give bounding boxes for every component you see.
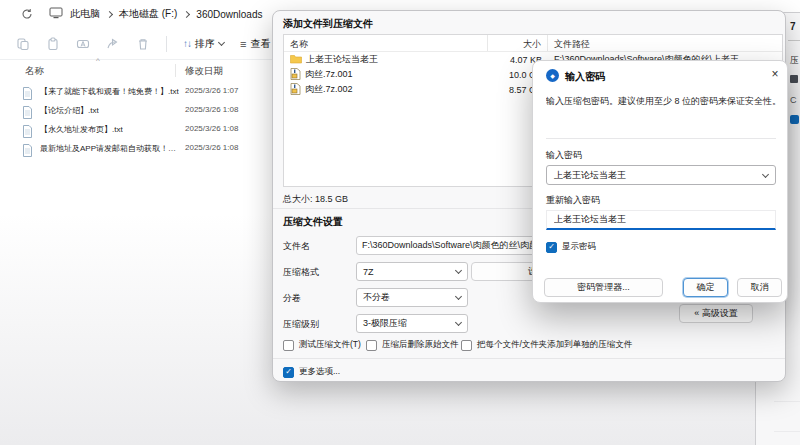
sort-label: 排序 (195, 37, 215, 51)
file-name: 【论坛介绍】.txt (40, 105, 99, 116)
sort-button[interactable]: ↑↓ 排序 (175, 32, 232, 56)
divider (273, 358, 785, 359)
column-divider[interactable] (175, 64, 176, 77)
format-value: 7Z (363, 267, 374, 277)
delete-after-checkbox[interactable]: 压缩后删除原始文件 (366, 339, 459, 351)
ok-button[interactable]: 确定 (683, 278, 728, 297)
filename-label: 文件名 (283, 240, 310, 253)
screen: 此电脑 本地磁盘 (F:) 360Downloads (0, 0, 800, 445)
partial-text: C (790, 95, 797, 105)
breadcrumb-folder[interactable]: 360Downloads (196, 9, 262, 20)
more-options-checkbox[interactable]: ✓ 更多选项... (283, 366, 340, 378)
format-label: 压缩格式 (283, 266, 319, 279)
column-header-name[interactable]: 名称 (25, 65, 44, 78)
sort-icon: ↑↓ (183, 38, 191, 49)
password-lock-icon: ◆ (546, 69, 559, 82)
checkbox-icon (461, 340, 472, 351)
file-row[interactable]: 【论坛介绍】.txt 2025/3/26 1:08 (0, 102, 270, 121)
file-row[interactable]: 最新地址及APP请发邮箱自动获取！！！... 2025/3/26 1:08 (0, 140, 270, 159)
confirm-password-label: 重新输入密码 (546, 194, 600, 207)
delete-icon[interactable] (128, 32, 158, 56)
more-options-label: 更多选项... (299, 366, 340, 378)
view-icon: ≡ (240, 38, 246, 50)
partial-text: 压 (790, 54, 799, 67)
checkbox-label: 压缩后删除原始文件 (382, 339, 459, 351)
breadcrumb-drive-f[interactable]: 本地磁盘 (F:) (119, 7, 177, 21)
level-value: 3-极限压缩 (363, 317, 407, 330)
password-hint-text: 输入压缩包密码。建议使用至少 8 位的密码来保证安全性。 (546, 95, 782, 108)
divider (546, 138, 776, 139)
level-select[interactable]: 3-极限压缩 (356, 314, 468, 333)
password-value: 上老王论坛当老王 (554, 169, 626, 182)
sort-ascending-icon: ^ (96, 56, 100, 65)
this-pc-icon (49, 7, 63, 21)
file-row[interactable]: 【来了就能下载和观看！纯免费！】.txt 2025/3/26 1:07 (0, 83, 270, 102)
paste-icon[interactable] (38, 32, 68, 56)
format-select[interactable]: 7Z (356, 262, 468, 281)
folder-icon (290, 54, 302, 66)
archive-file-icon (290, 68, 301, 82)
refresh-icon[interactable] (12, 2, 42, 26)
chevron-down-icon (455, 319, 462, 326)
checkbox-checked-icon: ✓ (546, 242, 557, 253)
split-select[interactable]: 不分卷 (356, 288, 468, 307)
confirm-password-input[interactable] (546, 210, 776, 230)
chevron-down-icon (455, 267, 462, 274)
file-date: 2025/3/26 1:08 (185, 124, 238, 133)
copy-icon[interactable] (8, 32, 38, 56)
archive-list-header: 名称 大小 文件路径 (284, 35, 782, 52)
share-icon[interactable] (98, 32, 128, 56)
checkbox-label: 测试压缩文件(T) (299, 339, 361, 351)
show-password-label: 显示密码 (562, 241, 596, 253)
enter-password-dialog: ◆ 输入密码 × 输入压缩包密码。建议使用至少 8 位的密码来保证安全性。 输入… (532, 60, 788, 303)
breadcrumb-chevron-icon (183, 10, 190, 17)
checkbox-checked-icon: ✓ (283, 367, 294, 378)
partial-text: 7 (790, 21, 796, 32)
item-name: 上老王论坛当老王 (306, 53, 378, 66)
password-combobox[interactable]: 上老王论坛当老王 (546, 165, 776, 185)
archive-file-icon (290, 83, 301, 97)
file-row[interactable]: 【永久地址发布页】.txt 2025/3/26 1:08 (0, 121, 270, 140)
file-date: 2025/3/26 1:07 (185, 86, 238, 95)
column-header-date[interactable]: 修改日期 (185, 65, 223, 78)
file-date: 2025/3/26 1:08 (185, 105, 238, 114)
cancel-button[interactable]: 取消 (737, 278, 782, 297)
total-size-text: 总大小: 18.5 GB (283, 193, 348, 206)
partial-icon (790, 75, 798, 83)
file-name: 【永久地址发布页】.txt (40, 124, 123, 135)
column-header-name[interactable]: 名称 (284, 35, 488, 51)
breadcrumb-this-pc[interactable]: 此电脑 (70, 7, 100, 21)
test-archive-checkbox[interactable]: 测试压缩文件(T) (283, 339, 361, 351)
dialog-title: 添加文件到压缩文件 (283, 17, 373, 31)
chevron-down-icon (218, 39, 225, 46)
toolbar-divider (166, 36, 167, 52)
rename-icon[interactable] (68, 32, 98, 56)
cancel-label: 取消 (751, 281, 769, 294)
password-manager-button[interactable]: 密码管理器... (544, 278, 663, 297)
password-label: 输入密码 (546, 149, 582, 162)
file-name: 最新地址及APP请发邮箱自动获取！！！... (40, 143, 183, 154)
divider (774, 431, 800, 432)
checkbox-icon (366, 340, 377, 351)
dialog-title: 输入密码 (565, 70, 605, 84)
text-file-icon (22, 143, 33, 161)
divider (774, 401, 800, 402)
partial-checkbox (790, 115, 799, 124)
ok-label: 确定 (697, 281, 715, 294)
column-header-size[interactable]: 大小 (488, 35, 548, 51)
split-label: 分卷 (283, 292, 301, 305)
advanced-settings-button[interactable]: « 高级设置 (679, 304, 753, 323)
file-date: 2025/3/26 1:08 (185, 143, 238, 152)
separate-archives-checkbox[interactable]: 把每个文件/文件夹添加到单独的压缩文件 (461, 339, 632, 351)
show-password-checkbox[interactable]: ✓ 显示密码 (546, 241, 596, 253)
explorer-list-header: ^ 名称 修改日期 (0, 62, 270, 80)
column-header-path[interactable]: 文件路径 (548, 35, 782, 51)
item-name: 肉丝.7z.002 (305, 83, 353, 96)
advanced-settings-label: « 高级设置 (694, 307, 738, 320)
settings-section-title: 压缩文件设置 (283, 215, 343, 229)
close-icon[interactable]: × (766, 65, 784, 83)
checkbox-label: 把每个文件/文件夹添加到单独的压缩文件 (477, 339, 632, 351)
file-name: 【来了就能下载和观看！纯免费！】.txt (40, 86, 179, 97)
password-manager-label: 密码管理器... (577, 281, 630, 294)
view-label: 查看 (250, 37, 270, 51)
